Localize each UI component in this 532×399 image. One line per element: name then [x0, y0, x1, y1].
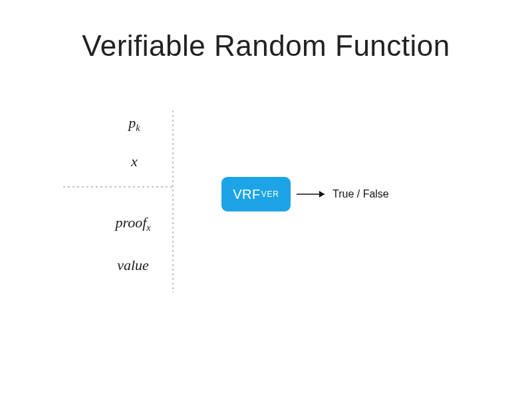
- output-label: True / False: [332, 188, 389, 200]
- vrf-diagram: pk x proofx value VRFVER True / False: [0, 93, 532, 332]
- page-title: Verifiable Random Function: [0, 29, 532, 63]
- svg-marker-3: [319, 191, 325, 198]
- output-arrow: [0, 93, 532, 332]
